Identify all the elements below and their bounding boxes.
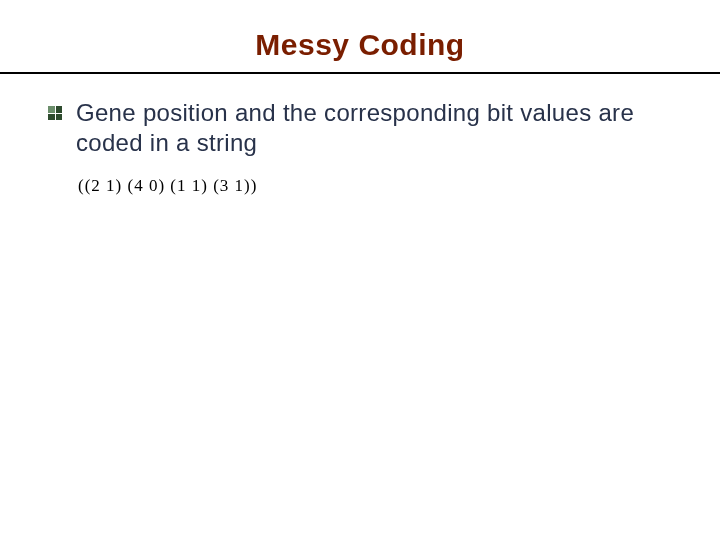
slide-body: Gene position and the corresponding bit … [0,74,720,196]
slide: Messy Coding Gene position and the corre… [0,0,720,540]
square-bullet-icon [48,106,62,120]
title-wrap: Messy Coding [0,28,720,70]
code-example: ((2 1) (4 0) (1 1) (3 1)) [78,176,672,196]
bullet-item: Gene position and the corresponding bit … [48,98,672,158]
bullet-text: Gene position and the corresponding bit … [76,98,672,158]
slide-title: Messy Coding [0,28,720,62]
